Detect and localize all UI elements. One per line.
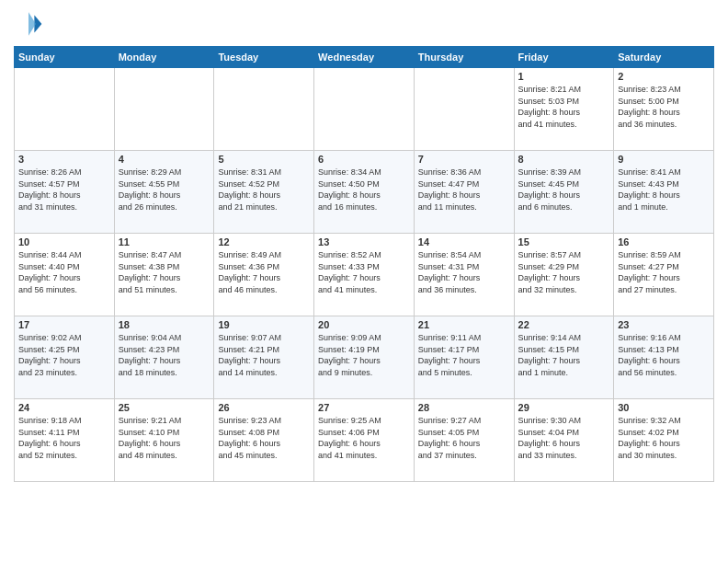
day-number: 1 [518, 71, 610, 82]
day-info: Sunrise: 9:11 AM Sunset: 4:17 PM Dayligh… [418, 332, 510, 378]
day-info: Sunrise: 9:27 AM Sunset: 4:05 PM Dayligh… [418, 415, 510, 461]
day-cell [114, 68, 214, 151]
weekday-header-tuesday: Tuesday [214, 47, 314, 68]
day-info: Sunrise: 8:52 AM Sunset: 4:33 PM Dayligh… [318, 249, 410, 295]
week-row-2: 10Sunrise: 8:44 AM Sunset: 4:40 PM Dayli… [15, 234, 714, 316]
weekday-header-row: SundayMondayTuesdayWednesdayThursdayFrid… [15, 47, 714, 68]
week-row-0: 1Sunrise: 8:21 AM Sunset: 5:03 PM Daylig… [15, 68, 714, 151]
day-cell: 30Sunrise: 9:32 AM Sunset: 4:02 PM Dayli… [614, 399, 714, 482]
day-cell: 27Sunrise: 9:25 AM Sunset: 4:06 PM Dayli… [314, 399, 415, 482]
day-cell: 9Sunrise: 8:41 AM Sunset: 4:43 PM Daylig… [614, 151, 714, 234]
weekday-header-monday: Monday [114, 47, 214, 68]
day-cell: 12Sunrise: 8:49 AM Sunset: 4:36 PM Dayli… [214, 234, 314, 316]
day-info: Sunrise: 9:25 AM Sunset: 4:06 PM Dayligh… [318, 415, 410, 461]
day-cell [15, 68, 115, 151]
day-cell: 1Sunrise: 8:21 AM Sunset: 5:03 PM Daylig… [514, 68, 614, 151]
day-number: 16 [618, 236, 710, 247]
day-number: 11 [119, 236, 210, 247]
day-cell: 13Sunrise: 8:52 AM Sunset: 4:33 PM Dayli… [314, 234, 415, 316]
day-info: Sunrise: 9:16 AM Sunset: 4:13 PM Dayligh… [618, 332, 710, 378]
day-cell: 3Sunrise: 8:26 AM Sunset: 4:57 PM Daylig… [15, 151, 115, 234]
day-info: Sunrise: 8:23 AM Sunset: 5:00 PM Dayligh… [618, 84, 710, 130]
day-cell: 28Sunrise: 9:27 AM Sunset: 4:05 PM Dayli… [414, 399, 514, 482]
day-cell: 18Sunrise: 9:04 AM Sunset: 4:23 PM Dayli… [114, 316, 214, 399]
day-number: 17 [18, 319, 110, 330]
day-number: 15 [518, 236, 610, 247]
day-cell: 5Sunrise: 8:31 AM Sunset: 4:52 PM Daylig… [214, 151, 314, 234]
day-number: 21 [418, 319, 510, 330]
logo-icon [14, 9, 43, 39]
day-number: 20 [318, 319, 410, 330]
day-info: Sunrise: 8:41 AM Sunset: 4:43 PM Dayligh… [618, 167, 710, 213]
day-number: 30 [618, 402, 710, 413]
day-cell: 20Sunrise: 9:09 AM Sunset: 4:19 PM Dayli… [314, 316, 415, 399]
day-number: 10 [18, 236, 110, 247]
day-cell [214, 68, 314, 151]
day-info: Sunrise: 8:49 AM Sunset: 4:36 PM Dayligh… [218, 249, 310, 295]
day-info: Sunrise: 8:34 AM Sunset: 4:50 PM Dayligh… [318, 167, 410, 213]
day-cell: 14Sunrise: 8:54 AM Sunset: 4:31 PM Dayli… [414, 234, 514, 316]
day-cell: 2Sunrise: 8:23 AM Sunset: 5:00 PM Daylig… [614, 68, 714, 151]
day-number: 13 [318, 236, 410, 247]
day-number: 9 [618, 154, 710, 165]
day-number: 5 [218, 154, 310, 165]
day-info: Sunrise: 9:02 AM Sunset: 4:25 PM Dayligh… [18, 332, 110, 378]
day-cell: 7Sunrise: 8:36 AM Sunset: 4:47 PM Daylig… [414, 151, 514, 234]
day-info: Sunrise: 9:30 AM Sunset: 4:04 PM Dayligh… [518, 415, 610, 461]
day-info: Sunrise: 8:21 AM Sunset: 5:03 PM Dayligh… [518, 84, 610, 130]
day-number: 28 [418, 402, 510, 413]
day-info: Sunrise: 8:39 AM Sunset: 4:45 PM Dayligh… [518, 167, 610, 213]
day-number: 29 [518, 402, 610, 413]
day-number: 24 [18, 402, 110, 413]
day-cell: 15Sunrise: 8:57 AM Sunset: 4:29 PM Dayli… [514, 234, 614, 316]
day-cell: 23Sunrise: 9:16 AM Sunset: 4:13 PM Dayli… [614, 316, 714, 399]
day-cell: 6Sunrise: 8:34 AM Sunset: 4:50 PM Daylig… [314, 151, 415, 234]
day-cell: 17Sunrise: 9:02 AM Sunset: 4:25 PM Dayli… [15, 316, 115, 399]
day-info: Sunrise: 8:29 AM Sunset: 4:55 PM Dayligh… [119, 167, 210, 213]
day-info: Sunrise: 8:57 AM Sunset: 4:29 PM Dayligh… [518, 249, 610, 295]
week-row-4: 24Sunrise: 9:18 AM Sunset: 4:11 PM Dayli… [15, 399, 714, 482]
day-info: Sunrise: 8:47 AM Sunset: 4:38 PM Dayligh… [119, 249, 210, 295]
day-info: Sunrise: 8:31 AM Sunset: 4:52 PM Dayligh… [218, 167, 310, 213]
day-number: 27 [318, 402, 410, 413]
day-number: 25 [119, 402, 210, 413]
day-cell: 11Sunrise: 8:47 AM Sunset: 4:38 PM Dayli… [114, 234, 214, 316]
day-info: Sunrise: 8:54 AM Sunset: 4:31 PM Dayligh… [418, 249, 510, 295]
day-info: Sunrise: 9:21 AM Sunset: 4:10 PM Dayligh… [119, 415, 210, 461]
day-info: Sunrise: 9:32 AM Sunset: 4:02 PM Dayligh… [618, 415, 710, 461]
day-cell: 4Sunrise: 8:29 AM Sunset: 4:55 PM Daylig… [114, 151, 214, 234]
day-info: Sunrise: 9:23 AM Sunset: 4:08 PM Dayligh… [218, 415, 310, 461]
weekday-header-saturday: Saturday [614, 47, 714, 68]
day-cell: 24Sunrise: 9:18 AM Sunset: 4:11 PM Dayli… [15, 399, 115, 482]
day-cell: 26Sunrise: 9:23 AM Sunset: 4:08 PM Dayli… [214, 399, 314, 482]
week-row-1: 3Sunrise: 8:26 AM Sunset: 4:57 PM Daylig… [15, 151, 714, 234]
day-cell: 22Sunrise: 9:14 AM Sunset: 4:15 PM Dayli… [514, 316, 614, 399]
day-info: Sunrise: 8:44 AM Sunset: 4:40 PM Dayligh… [18, 249, 110, 295]
day-number: 6 [318, 154, 410, 165]
day-cell: 8Sunrise: 8:39 AM Sunset: 4:45 PM Daylig… [514, 151, 614, 234]
weekday-header-wednesday: Wednesday [314, 47, 415, 68]
day-cell: 19Sunrise: 9:07 AM Sunset: 4:21 PM Dayli… [214, 316, 314, 399]
day-number: 26 [218, 402, 310, 413]
day-number: 19 [218, 319, 310, 330]
day-info: Sunrise: 9:07 AM Sunset: 4:21 PM Dayligh… [218, 332, 310, 378]
week-row-3: 17Sunrise: 9:02 AM Sunset: 4:25 PM Dayli… [15, 316, 714, 399]
day-info: Sunrise: 8:36 AM Sunset: 4:47 PM Dayligh… [418, 167, 510, 213]
day-number: 22 [518, 319, 610, 330]
day-number: 2 [618, 71, 710, 82]
day-cell: 10Sunrise: 8:44 AM Sunset: 4:40 PM Dayli… [15, 234, 115, 316]
day-cell: 21Sunrise: 9:11 AM Sunset: 4:17 PM Dayli… [414, 316, 514, 399]
day-number: 14 [418, 236, 510, 247]
day-number: 3 [18, 154, 110, 165]
page: SundayMondayTuesdayWednesdayThursdayFrid… [0, 0, 728, 563]
day-number: 12 [218, 236, 310, 247]
day-info: Sunrise: 9:09 AM Sunset: 4:19 PM Dayligh… [318, 332, 410, 378]
day-info: Sunrise: 9:04 AM Sunset: 4:23 PM Dayligh… [119, 332, 210, 378]
day-info: Sunrise: 9:14 AM Sunset: 4:15 PM Dayligh… [518, 332, 610, 378]
day-cell: 29Sunrise: 9:30 AM Sunset: 4:04 PM Dayli… [514, 399, 614, 482]
day-info: Sunrise: 9:18 AM Sunset: 4:11 PM Dayligh… [18, 415, 110, 461]
day-number: 7 [418, 154, 510, 165]
logo [14, 9, 47, 39]
day-cell [314, 68, 415, 151]
day-number: 18 [119, 319, 210, 330]
